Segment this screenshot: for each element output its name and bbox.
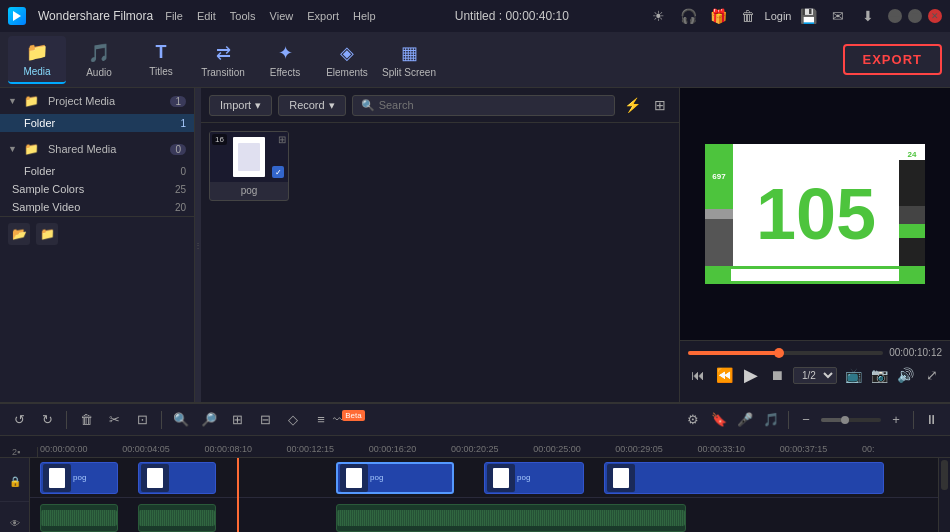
zoom-slider[interactable] [821, 418, 881, 422]
timeline-scrollbar[interactable] [938, 458, 950, 532]
menu-help[interactable]: Help [353, 10, 376, 22]
media-thumb-pog[interactable]: ✓ 16 ⊞ pog [209, 131, 289, 201]
pause-indicator[interactable]: ⏸ [920, 409, 942, 431]
project-folder-count: 1 [180, 118, 186, 129]
stop-button[interactable]: ⏹ [767, 364, 787, 386]
scroll-thumb[interactable] [941, 460, 948, 490]
toolbar-media[interactable]: 📁 Media [8, 36, 66, 84]
clip-4[interactable]: pog [484, 462, 584, 494]
split-button[interactable]: ⊟ [254, 409, 276, 431]
toolbar-transition[interactable]: ⇄ Transition [194, 36, 252, 84]
download-icon[interactable]: ⬇ [858, 6, 878, 26]
toolbar-effects[interactable]: ✦ Effects [256, 36, 314, 84]
seek-handle[interactable] [774, 348, 784, 358]
toolbar-audio[interactable]: 🎵 Audio [70, 36, 128, 84]
redo-button[interactable]: ↻ [36, 409, 58, 431]
grid-view-button[interactable]: ⊞ [649, 94, 671, 116]
filter-button[interactable]: ⚡ [621, 94, 643, 116]
new-folder-button[interactable]: 📁 [36, 223, 58, 245]
maximize-button[interactable]: □ [908, 9, 922, 23]
track-label-1: 🔒 [0, 462, 29, 502]
record-button[interactable]: Record ▾ [278, 95, 345, 116]
toolbar-splitscreen[interactable]: ▦ Split Screen [380, 36, 438, 84]
shared-folder-item[interactable]: Folder 0 [0, 162, 194, 180]
thumb-name: pog [210, 182, 288, 199]
undo-button[interactable]: ↺ [8, 409, 30, 431]
menu-file[interactable]: File [165, 10, 183, 22]
timeline-ruler: 2▪ 00:00:00:00 00:00:04:05 00:00:08:10 0… [0, 436, 950, 458]
sample-video-item[interactable]: Sample Video 20 [0, 198, 194, 216]
project-folder-item[interactable]: Folder 1 [0, 114, 194, 132]
add-folder-button[interactable]: 📂 [8, 223, 30, 245]
import-label: Import [220, 99, 251, 111]
sun-icon[interactable]: ☀ [648, 6, 668, 26]
align-button[interactable]: ≡ [310, 409, 332, 431]
zoom-out-button[interactable]: 🔎 [198, 409, 220, 431]
menu-tools[interactable]: Tools [230, 10, 256, 22]
menu-export[interactable]: Export [307, 10, 339, 22]
step-back-button[interactable]: ⏪ [714, 364, 734, 386]
preview-mode-button[interactable]: 📺 [843, 364, 863, 386]
toolbar-titles[interactable]: T Titles [132, 36, 190, 84]
zoom-handle[interactable] [841, 416, 849, 424]
screenshot-button[interactable]: 📷 [869, 364, 889, 386]
audio-clip-3[interactable] [336, 504, 686, 532]
preview-canvas: 697 105 24 [705, 144, 925, 284]
mark-button[interactable]: ◇ [282, 409, 304, 431]
mic-button[interactable]: 🎤 [734, 409, 756, 431]
settings-button[interactable]: ⚙ [682, 409, 704, 431]
music-button[interactable]: 🎵 [760, 409, 782, 431]
login-btn[interactable]: Login [768, 6, 788, 26]
elements-icon: ◈ [340, 42, 354, 64]
headphone-icon[interactable]: 🎧 [678, 6, 698, 26]
menu-view[interactable]: View [270, 10, 294, 22]
volume-button[interactable]: 🔊 [896, 364, 916, 386]
media-icon: 📁 [26, 41, 48, 63]
wave-button[interactable]: 〰 Beta [338, 409, 360, 431]
trash-icon[interactable]: 🗑 [738, 6, 758, 26]
fullscreen-button[interactable]: ⤢ [922, 364, 942, 386]
toolbar-elements[interactable]: ◈ Elements [318, 36, 376, 84]
timeline-area: ↺ ↻ 🗑 ✂ ⊡ 🔍 🔎 ⊞ ⊟ ◇ ≡ 〰 Beta ⚙ 🔖 🎤 🎵 − + [0, 402, 950, 532]
import-button[interactable]: Import ▾ [209, 95, 272, 116]
delete-button[interactable]: 🗑 [75, 409, 97, 431]
transform-button[interactable]: ⊞ [226, 409, 248, 431]
clip-5[interactable] [604, 462, 884, 494]
clip-3[interactable]: pog [336, 462, 454, 494]
menu-edit[interactable]: Edit [197, 10, 216, 22]
window-controls: — □ ✕ [888, 9, 942, 23]
seek-track[interactable] [688, 351, 883, 355]
zoom-in-button[interactable]: 🔍 [170, 409, 192, 431]
audio-clip-2[interactable] [138, 504, 216, 532]
export-button[interactable]: EXPORT [843, 44, 942, 75]
clip-1-thumb [43, 464, 71, 492]
ruler-time-2: 00:00:08:10 [204, 444, 252, 454]
search-box[interactable]: 🔍 [352, 95, 615, 116]
playhead[interactable]: ✂ [237, 458, 239, 532]
plus-button[interactable]: + [885, 409, 907, 431]
search-input[interactable] [379, 99, 606, 111]
skip-back-button[interactable]: ⏮ [688, 364, 708, 386]
minimize-button[interactable]: — [888, 9, 902, 23]
save-icon[interactable]: 💾 [798, 6, 818, 26]
svg-marker-0 [13, 11, 21, 21]
project-folder-icon: 📁 [24, 94, 39, 108]
clip-1[interactable]: pog [40, 462, 118, 494]
play-button[interactable]: ▶ [741, 364, 761, 386]
audio-clip-1[interactable] [40, 504, 118, 532]
ruler-time-5: 00:00:20:25 [451, 444, 499, 454]
gift-icon[interactable]: 🎁 [708, 6, 728, 26]
clip-2[interactable] [138, 462, 216, 494]
main-layout: ▼ 📁 Project Media 1 Folder 1 ▼ 📁 Shared … [0, 88, 950, 402]
mail-icon[interactable]: ✉ [828, 6, 848, 26]
minus-button[interactable]: − [795, 409, 817, 431]
preview-buttons: ⏮ ⏪ ▶ ⏹ 1/2 📺 📷 🔊 ⤢ [680, 360, 950, 390]
bookmark-button[interactable]: 🔖 [708, 409, 730, 431]
seek-time: 00:00:10:12 [889, 347, 942, 358]
cut-button[interactable]: ✂ [103, 409, 125, 431]
close-button[interactable]: ✕ [928, 9, 942, 23]
speed-select[interactable]: 1/2 [793, 367, 837, 384]
sample-colors-item[interactable]: Sample Colors 25 [0, 180, 194, 198]
ruler-time-9: 00:00:37:15 [780, 444, 828, 454]
crop-button[interactable]: ⊡ [131, 409, 153, 431]
